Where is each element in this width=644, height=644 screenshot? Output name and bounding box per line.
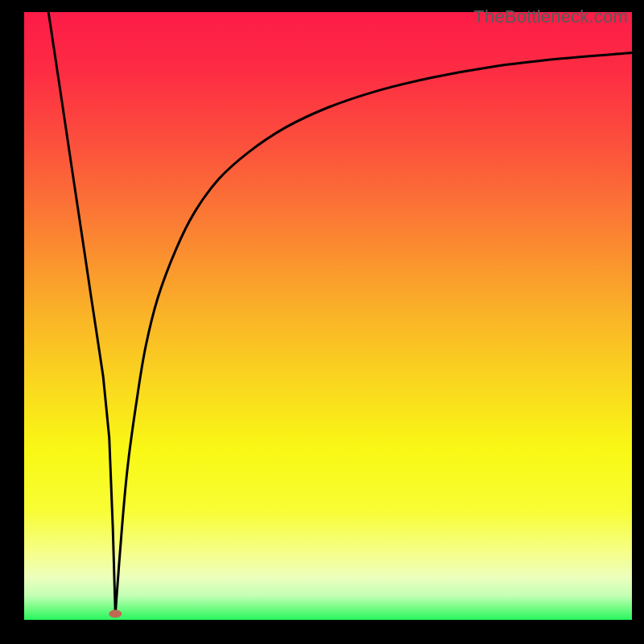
chart-frame: TheBottleneck.com [0,0,644,644]
curve-layer [24,12,632,620]
curve-right-branch [115,53,632,614]
minimum-marker [109,610,122,618]
watermark-text: TheBottleneck.com [473,6,628,27]
plot-area [24,12,632,620]
curve-left-branch [48,12,115,614]
